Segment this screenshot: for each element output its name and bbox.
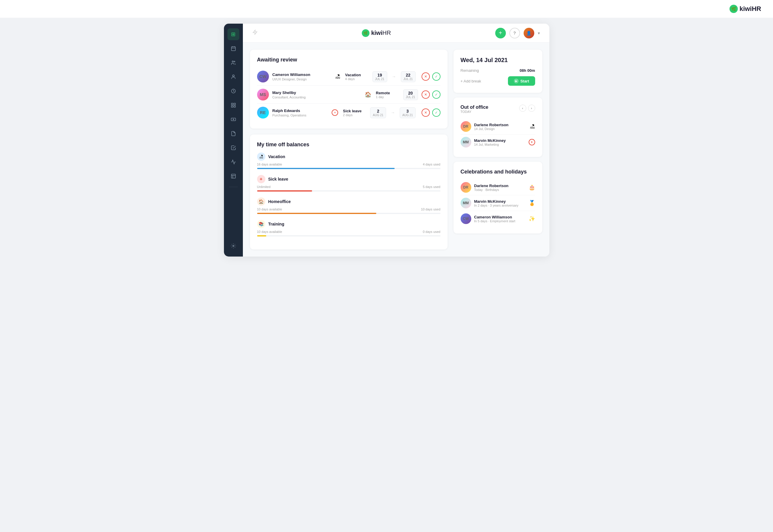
sidebar-item-building[interactable] [228, 170, 239, 182]
out-person-0: DR Darlene Robertson 14 Jul, Design 🏖 [461, 119, 535, 134]
header-logo-icon: 🌿 [362, 29, 370, 37]
ralph-end-date: 3 AUG 21 [400, 107, 416, 118]
darlene-ooo-avatar: DR [461, 121, 471, 132]
training-bar-fill [257, 235, 266, 236]
sidebar-item-time[interactable] [228, 85, 239, 97]
svg-rect-9 [234, 103, 235, 105]
marvin-cel-name: Marvin McKinney [474, 199, 526, 204]
awaiting-review-title: Awaiting review [257, 57, 440, 63]
marvin-ooo-info: Marvin McKinney 14 Jul, Marketing [474, 138, 526, 146]
darlene-cel-detail: Today · Birthdays [474, 188, 526, 192]
mary-approve-btn[interactable]: ✓ [432, 90, 440, 99]
training-footer: 10 days available 0 days used [257, 230, 440, 233]
mary-type-name: Remote [376, 91, 400, 95]
sidebar-item-reports[interactable] [228, 156, 239, 168]
sidebar-item-person[interactable] [228, 71, 239, 83]
sidebar: ⊞ [224, 24, 243, 257]
review-item-1: MS Mary Shellby Consultant, Accounting 🏠… [257, 86, 440, 104]
ralph-name: Ralph Edwards [273, 108, 328, 113]
review-item-0: CW Cameron Williamson UI/UX Designer, De… [257, 68, 440, 86]
mary-start-date: 20 JUL 21 [403, 89, 418, 100]
balance-training: 📚 Training 10 days available 0 days used [257, 220, 440, 236]
play-icon: ▶ [514, 79, 518, 83]
darlene-cel-info: Darlene Robertson Today · Birthdays [474, 184, 526, 192]
cameron-type: Vacation 4 days [345, 73, 369, 81]
sidebar-item-documents[interactable] [228, 128, 239, 140]
header-logo-text: kiwiHR [371, 30, 391, 36]
out-person-1: MM Marvin McKinney 14 Jul, Marketing + [461, 134, 535, 150]
mary-actions: ✕ ✓ [422, 90, 440, 99]
lightning-icon[interactable] [252, 30, 258, 36]
user-avatar[interactable]: 👤 [523, 28, 534, 38]
user-menu-chevron[interactable]: ▾ [538, 31, 540, 35]
cameron-cel-info: Cameron Williamson In 5 days · Employmen… [474, 215, 526, 223]
add-button[interactable]: + [495, 28, 506, 38]
app-container: ⊞ [224, 24, 549, 257]
time-off-title: My time off balances [257, 142, 440, 148]
tracker-break-row: + Add break ▶ Start [461, 76, 535, 86]
cameron-cel-name: Cameron Williamson [474, 215, 526, 219]
mary-type-icon: 🏠 [365, 91, 371, 98]
svg-point-5 [234, 61, 235, 62]
cameron-days: 4 days [345, 77, 369, 81]
cameron-approve-btn[interactable]: ✓ [432, 72, 440, 81]
marvin-cel-icon: 🏅 [529, 200, 535, 206]
balance-training-header: 📚 Training [257, 220, 440, 228]
homeoffice-used: 10 days used [421, 207, 440, 211]
header-left [252, 30, 258, 36]
sidebar-item-payroll[interactable] [228, 113, 239, 125]
ralph-reject-btn[interactable]: ✕ [422, 108, 430, 117]
sick-used: 5 days used [423, 185, 440, 189]
vacation-icon: 🏖 [257, 153, 265, 161]
svg-rect-0 [231, 47, 236, 51]
mary-role: Consultant, Accounting [273, 95, 361, 99]
training-icon: 📚 [257, 220, 265, 228]
review-item-2: RE Ralph Edwards Purchasing, Operations … [257, 104, 440, 121]
cameron-end-date: 22 JUL 21 [401, 71, 416, 82]
celebrations-title: Celebrations and holidays [461, 169, 535, 175]
marvin-cel-detail: In 2 days · 3 years anniversary [474, 204, 526, 207]
sidebar-item-calendar[interactable] [228, 43, 239, 54]
balance-vacation-header: 🏖 Vacation [257, 153, 440, 161]
cameron-date-arrow: → [392, 74, 396, 79]
out-prev-btn[interactable]: ‹ [519, 105, 526, 112]
tracker-date: Wed, 14 Jul 2021 [461, 57, 535, 64]
homeoffice-bar-fill [257, 213, 376, 214]
tracker-remaining-row: Remaining 08h 00m [461, 68, 535, 73]
marvin-ooo-icon: + [529, 139, 535, 145]
sidebar-item-dashboard[interactable]: ⊞ [228, 28, 239, 40]
help-button[interactable]: ? [509, 28, 520, 38]
balance-homeoffice: 🏠 Homeoffice 10 days available 10 days u… [257, 197, 440, 214]
cameron-type-icon: 🏖 [335, 74, 341, 80]
sidebar-item-tasks[interactable] [228, 142, 239, 154]
svg-point-4 [232, 61, 234, 62]
sidebar-item-schedule[interactable] [228, 99, 239, 111]
ralph-type-icon: + [332, 109, 338, 116]
sick-footer: Unlimited 5 days used [257, 185, 440, 189]
right-panel: Wed, 14 Jul 2021 Remaining 08h 00m + Add… [453, 50, 542, 249]
ralph-type-name: Sick leave [343, 109, 367, 113]
remaining-label: Remaining [461, 68, 479, 73]
darlene-cel-avatar: DR [461, 182, 471, 193]
sidebar-item-settings[interactable] [228, 240, 239, 252]
homeoffice-available: 10 days available [257, 207, 282, 211]
vacation-available: 16 days available [257, 163, 282, 166]
darlene-cel-icon: 🎂 [529, 184, 535, 191]
out-subtitle: TODAY [461, 110, 488, 113]
darlene-ooo-name: Darlene Robertson [474, 123, 527, 127]
remaining-value: 08h 00m [519, 68, 535, 73]
cameron-actions: ✕ ✓ [422, 72, 440, 81]
celebration-2: CW Cameron Williamson In 5 days · Employ… [461, 211, 535, 226]
app-header: 🌿 kiwiHR + ? 👤 ▾ [243, 24, 549, 43]
vacation-footer: 16 days available 4 days used [257, 163, 440, 166]
sidebar-item-team[interactable] [228, 57, 239, 69]
mary-reject-btn[interactable]: ✕ [422, 90, 430, 99]
ralph-approve-btn[interactable]: ✓ [432, 108, 440, 117]
balance-sick-header: + Sick leave [257, 175, 440, 183]
start-timer-btn[interactable]: ▶ Start [508, 76, 535, 86]
cameron-reject-btn[interactable]: ✕ [422, 72, 430, 81]
sick-label: Sick leave [268, 177, 289, 181]
out-next-btn[interactable]: › [528, 105, 535, 112]
add-break-btn[interactable]: + Add break [461, 79, 481, 83]
ralph-actions: ✕ ✓ [422, 108, 440, 117]
